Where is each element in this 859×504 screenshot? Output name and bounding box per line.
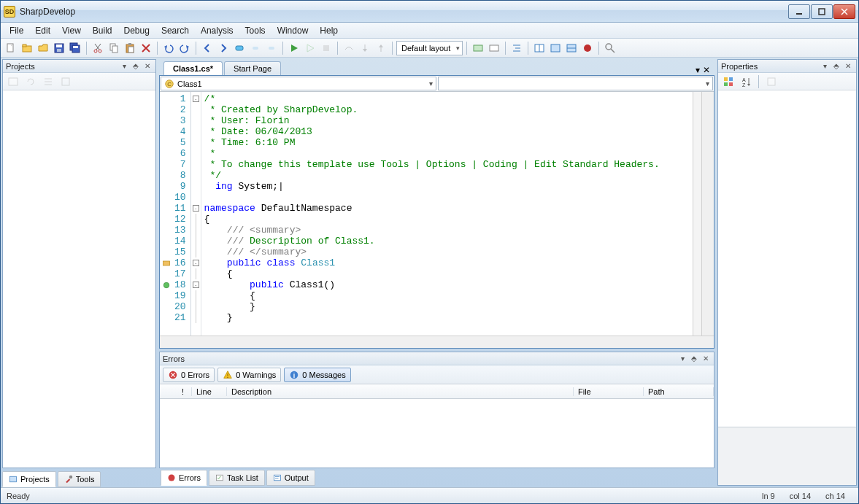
menu-file[interactable]: File: [4, 24, 29, 37]
alphabetical-icon[interactable]: AZ: [739, 74, 753, 89]
svg-rect-52: [163, 261, 170, 265]
refresh-icon[interactable]: [23, 74, 38, 89]
filter-warnings[interactable]: 0 Warnings: [217, 368, 281, 382]
bottom-tab-output[interactable]: Output: [266, 470, 315, 486]
uncomment-button[interactable]: [487, 41, 501, 55]
projects-pin-icon[interactable]: ⬘: [131, 61, 141, 71]
doc-tabs-close-icon[interactable]: ✕: [703, 65, 710, 75]
errors-dropdown-icon[interactable]: ▾: [677, 354, 687, 364]
col-description[interactable]: Description: [227, 387, 574, 396]
menu-edit[interactable]: Edit: [29, 24, 56, 37]
properties-close-icon[interactable]: ✕: [843, 61, 853, 71]
projects-close-icon[interactable]: ✕: [142, 61, 153, 71]
stop-button[interactable]: [319, 41, 334, 55]
horizontal-scrollbar[interactable]: [160, 336, 714, 348]
collapse-icon[interactable]: [41, 74, 55, 89]
paste-button[interactable]: [123, 41, 137, 55]
nav-back-button[interactable]: [200, 41, 215, 55]
svg-point-41: [606, 44, 612, 50]
overview-ruler[interactable]: [693, 92, 701, 336]
categorized-icon[interactable]: [721, 74, 736, 89]
code-editor[interactable]: 123456789101112131415161718192021 ---- /…: [160, 92, 714, 336]
layout-combo[interactable]: Default layout: [396, 41, 463, 55]
properties-grid[interactable]: [718, 90, 856, 427]
property-pages-icon[interactable]: [764, 74, 779, 89]
svg-line-42: [611, 49, 615, 53]
redo-button[interactable]: [177, 41, 192, 55]
errors-table[interactable]: ! Line Description File Path: [160, 384, 714, 468]
svg-rect-43: [9, 78, 18, 85]
svg-text:C: C: [167, 80, 172, 87]
projects-tree[interactable]: [3, 90, 155, 468]
svg-text:Z: Z: [742, 82, 746, 88]
delete-button[interactable]: [139, 41, 153, 55]
tab-class1[interactable]: Class1.cs*: [163, 61, 223, 75]
run-button[interactable]: [287, 41, 301, 55]
search-button[interactable]: [603, 41, 617, 55]
indent-button[interactable]: [509, 41, 524, 55]
menu-search[interactable]: Search: [155, 24, 195, 37]
window-split-button[interactable]: [532, 41, 547, 55]
col-bang[interactable]: !: [177, 387, 192, 396]
close-button[interactable]: [833, 4, 855, 19]
toggle-bookmark-button[interactable]: [232, 41, 247, 55]
bottom-tab-errors[interactable]: Errors: [161, 470, 207, 486]
vertical-scrollbar[interactable]: [701, 92, 714, 336]
properties-dropdown-icon[interactable]: ▾: [820, 61, 830, 71]
comment-button[interactable]: [471, 41, 485, 55]
cut-button[interactable]: [90, 41, 105, 55]
col-line[interactable]: Line: [192, 387, 227, 396]
new-file-button[interactable]: [4, 41, 18, 55]
col-path[interactable]: Path: [644, 387, 714, 396]
step-out-button[interactable]: [374, 41, 388, 55]
window-layout1-button[interactable]: [548, 41, 563, 55]
undo-button[interactable]: [161, 41, 176, 55]
col-file[interactable]: File: [574, 387, 644, 396]
new-project-button[interactable]: [20, 41, 34, 55]
projects-dropdown-icon[interactable]: ▾: [119, 61, 129, 71]
step-over-button[interactable]: [342, 41, 356, 55]
next-bookmark-button[interactable]: [264, 41, 279, 55]
errors-panel-title: Errors: [163, 354, 676, 363]
menu-build[interactable]: Build: [87, 24, 118, 37]
tab-start-page[interactable]: Start Page: [224, 61, 281, 75]
errors-pin-icon[interactable]: ⬘: [689, 354, 699, 364]
properties-pin-icon[interactable]: ⬘: [831, 61, 841, 71]
open-button[interactable]: [36, 41, 50, 55]
breakpoint-button[interactable]: [580, 41, 595, 55]
menu-tools[interactable]: Tools: [239, 24, 271, 37]
svg-point-61: [169, 475, 175, 481]
maximize-button[interactable]: [811, 4, 833, 19]
properties-icon[interactable]: [58, 74, 73, 89]
save-button[interactable]: [52, 41, 66, 55]
save-all-button[interactable]: [68, 41, 82, 55]
nav-forward-button[interactable]: [216, 41, 231, 55]
run-no-debug-button[interactable]: [303, 41, 317, 55]
projects-toolbar: [3, 73, 155, 90]
tab-tools[interactable]: Tools: [58, 471, 101, 487]
menu-help[interactable]: Help: [314, 24, 344, 37]
minimize-button[interactable]: [788, 4, 810, 19]
svg-point-40: [584, 44, 591, 52]
menu-debug[interactable]: Debug: [118, 24, 155, 37]
filter-errors[interactable]: 0 Errors: [163, 368, 215, 382]
prev-bookmark-button[interactable]: [248, 41, 263, 55]
menu-window[interactable]: Window: [271, 24, 315, 37]
svg-point-15: [94, 50, 97, 53]
window-layout2-button[interactable]: [564, 41, 579, 55]
svg-rect-63: [274, 475, 280, 481]
show-all-icon[interactable]: [6, 74, 20, 89]
step-into-button[interactable]: [358, 41, 372, 55]
menu-analysis[interactable]: Analysis: [195, 24, 239, 37]
doc-tabs-dropdown-icon[interactable]: ▾: [696, 65, 700, 75]
tab-projects[interactable]: Projects: [2, 471, 56, 487]
bottom-tab-tasklist[interactable]: Task List: [209, 470, 265, 486]
copy-button[interactable]: [107, 41, 121, 55]
svg-rect-25: [253, 47, 258, 50]
type-combo[interactable]: C Class1: [161, 77, 436, 90]
filter-messages[interactable]: i0 Messages: [284, 368, 350, 382]
errors-close-icon[interactable]: ✕: [701, 354, 711, 364]
svg-rect-24: [236, 46, 243, 50]
member-combo[interactable]: [438, 77, 714, 90]
menu-view[interactable]: View: [56, 24, 87, 37]
